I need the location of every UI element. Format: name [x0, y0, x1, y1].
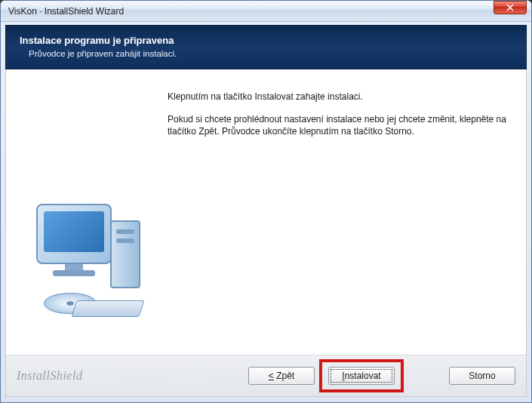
- computer-icon: [21, 204, 149, 332]
- close-button[interactable]: [494, 1, 527, 14]
- content-area: Klepnutím na tlačítko Instalovat zahajte…: [5, 69, 527, 355]
- back-button[interactable]: Zpět: [248, 367, 315, 385]
- install-highlight: Instalovat: [319, 359, 404, 392]
- instruction-line-2: Pokud si chcete prohlédnout nastavení in…: [168, 113, 509, 137]
- header-subtitle: Průvodce je připraven zahájit instalaci.: [29, 49, 512, 58]
- back-button-label: Zpět: [269, 371, 294, 381]
- header-title: Instalace programu je připravena: [20, 35, 512, 46]
- instruction-line-1: Klepnutím na tlačítko Instalovat zahajte…: [168, 91, 509, 103]
- footer-bar: InstallShield Zpět Instalovat Storno: [5, 355, 527, 397]
- titlebar: VisKon · InstallShield Wizard: [1, 1, 531, 22]
- cancel-button[interactable]: Storno: [449, 367, 515, 385]
- install-button[interactable]: Instalovat: [328, 367, 395, 385]
- installer-window: VisKon · InstallShield Wizard Instalace …: [0, 0, 532, 403]
- side-illustration: [6, 69, 165, 355]
- header-panel: Instalace programu je připravena Průvodc…: [5, 25, 527, 69]
- close-icon: [506, 4, 514, 11]
- window-title: VisKon · InstallShield Wizard: [8, 6, 494, 17]
- brand-label: InstallShield: [17, 369, 82, 383]
- main-text: Klepnutím na tlačítko Instalovat zahajte…: [165, 69, 526, 355]
